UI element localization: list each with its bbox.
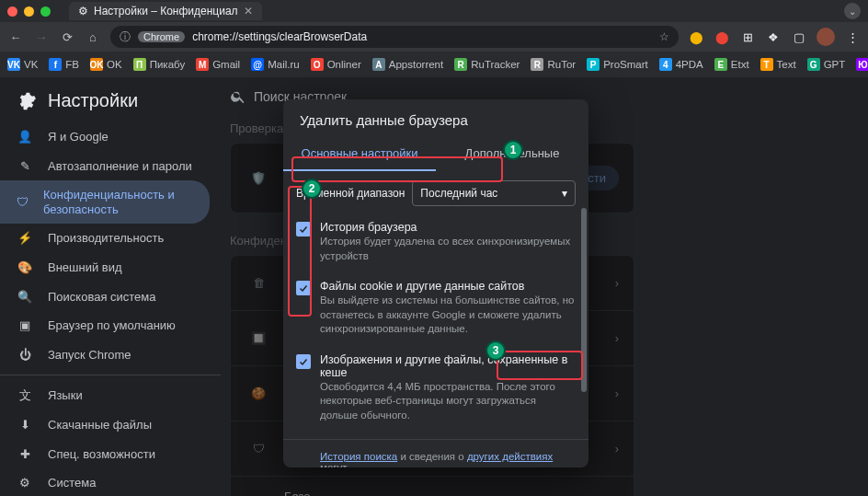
- autofill-icon: ✎: [17, 159, 33, 174]
- speed-icon: ⚡: [17, 231, 33, 246]
- bookmark-item[interactable]: fFB: [49, 58, 79, 71]
- sidebar-item-system[interactable]: ⚙Система: [0, 468, 210, 496]
- bookmark-favicon: R: [531, 58, 543, 71]
- bookmark-item[interactable]: AAppstorrent: [372, 58, 443, 71]
- bookmark-favicon: E: [714, 58, 727, 71]
- bookmark-label: Onliner: [327, 59, 361, 70]
- clear-item-row: Файлы cookie и другие данные сайтовВы вы…: [296, 274, 576, 348]
- checkbox-desc: История будет удалена со всех синхронизи…: [320, 235, 576, 263]
- bookmark-label: Etxt: [731, 59, 749, 70]
- bookmark-label: RuTor: [547, 59, 576, 70]
- bookmark-item[interactable]: VKVK: [7, 58, 38, 71]
- ext-icon-2[interactable]: ⬤: [714, 29, 730, 45]
- browser-toolbar: ← → ⟳ ⌂ ⓘ Chrome chrome://settings/clear…: [0, 22, 868, 52]
- bookmark-item[interactable]: OOnliner: [311, 58, 361, 71]
- chevron-right-icon: ›: [615, 331, 619, 345]
- bookmark-label: RuTracker: [471, 59, 520, 70]
- site-info-icon[interactable]: ⓘ: [120, 29, 131, 45]
- tab-favicon: ⚙: [78, 5, 88, 17]
- time-range-select[interactable]: Последний час ▾: [412, 180, 576, 206]
- sidebar-item-shield[interactable]: 🛡Конфиденциальность и безопасность: [0, 180, 210, 224]
- menu-icon[interactable]: ⋮: [844, 29, 861, 45]
- home-button[interactable]: ⌂: [85, 30, 101, 44]
- browser-tab[interactable]: ⚙ Настройки – Конфиденциал ✕: [69, 2, 262, 20]
- bookmark-favicon: R: [454, 58, 467, 71]
- sidebar-item-label: Конфиденциальность и безопасность: [43, 188, 193, 216]
- sidebar-item-lang[interactable]: 文Языки: [0, 381, 210, 410]
- bookmark-item[interactable]: RRuTracker: [454, 58, 520, 71]
- bookmark-favicon: VK: [7, 58, 20, 71]
- checkbox-title: История браузера: [320, 221, 576, 234]
- back-button[interactable]: ←: [7, 30, 24, 44]
- search-history-hint: История поиска и сведения о других дейст…: [296, 445, 576, 467]
- address-bar[interactable]: ⓘ Chrome chrome://settings/clearBrowserD…: [110, 26, 679, 48]
- system-icon: ⚙: [17, 476, 33, 490]
- profile-avatar[interactable]: [817, 28, 835, 46]
- expand-down-button[interactable]: ⌄: [844, 3, 861, 19]
- bookmark-item[interactable]: EEtxt: [714, 58, 749, 71]
- window-titlebar: ⚙ Настройки – Конфиденциал ✕ ⌄: [0, 0, 868, 22]
- bookmark-favicon: OK: [90, 58, 103, 71]
- dialog-scrollbar[interactable]: [581, 208, 587, 467]
- checkbox-1[interactable]: [296, 281, 311, 295]
- bookmark-item[interactable]: @Mail.ru: [251, 58, 300, 71]
- checkbox-0[interactable]: [296, 222, 311, 236]
- forward-button[interactable]: →: [33, 30, 50, 44]
- checkbox-title: Файлы cookie и другие данные сайтов: [320, 280, 576, 293]
- ext-icon-1[interactable]: ⬤: [688, 29, 704, 45]
- sidebar-item-autofill[interactable]: ✎Автозаполнение и пароли: [0, 152, 210, 181]
- bookmark-label: Пикабу: [150, 59, 185, 70]
- sidebar-item-speed[interactable]: ⚡Производительность: [0, 224, 210, 253]
- sidebar-item-label: Скачанные файлы: [48, 418, 152, 433]
- bookmark-item[interactable]: MGmail: [196, 58, 240, 71]
- sidebar-item-label: Я и Google: [48, 130, 108, 144]
- tab-close-icon[interactable]: ✕: [244, 5, 253, 17]
- a11y-icon: ✚: [17, 447, 33, 462]
- sidebar-item-download[interactable]: ⬇Скачанные файлы: [0, 410, 210, 440]
- shield-check-icon: 🛡️: [246, 166, 271, 191]
- row-icon: 🗑: [246, 271, 271, 296]
- chevron-right-icon: ›: [615, 442, 619, 456]
- sidebar-item-default[interactable]: ▣Браузер по умолчанию: [0, 311, 210, 340]
- bookmark-item[interactable]: ППикабу: [133, 58, 185, 71]
- search-history-link[interactable]: История поиска: [320, 451, 397, 462]
- privacy-row[interactable]: 🔒БезоБезо›: [231, 477, 634, 496]
- chrome-labs-icon[interactable]: ❖: [765, 29, 782, 45]
- sidebar-item-a11y[interactable]: ✚Спец. возможности: [0, 440, 210, 469]
- sidebar-item-power[interactable]: ⏻Запуск Chrome: [0, 340, 210, 370]
- bookmark-item[interactable]: PProSmart: [587, 58, 648, 71]
- reading-list-icon[interactable]: ▢: [791, 29, 807, 45]
- bookmark-item[interactable]: RRuTor: [531, 58, 576, 71]
- shield-icon: 🛡: [17, 195, 29, 210]
- bookmark-item[interactable]: OKOK: [90, 58, 122, 71]
- sidebar-item-palette[interactable]: 🎨Внешний вид: [0, 253, 210, 283]
- extensions-icon[interactable]: ⊞: [739, 29, 756, 45]
- checkbox-desc: Освободится 4,4 МБ пространства. После э…: [320, 380, 576, 423]
- other-activity-link[interactable]: других действиях: [467, 451, 553, 462]
- bookmark-item[interactable]: ЮЮMoney: [856, 58, 868, 71]
- dialog-title: Удалить данные браузера: [283, 99, 588, 137]
- sidebar-item-search[interactable]: 🔍Поисковая система: [0, 283, 210, 312]
- bookmark-favicon: T: [760, 58, 773, 71]
- bookmarks-bar: VKVKfFBOKOKППикабуMGmail@Mail.ruOOnliner…: [0, 52, 868, 77]
- close-window-button[interactable]: [7, 6, 17, 17]
- tab-basic[interactable]: Основные настройки: [283, 137, 436, 171]
- reload-button[interactable]: ⟳: [59, 30, 75, 44]
- row-icon: 🛡: [246, 436, 271, 462]
- annotation-badge-1: 1: [503, 140, 523, 160]
- minimize-window-button[interactable]: [24, 6, 34, 17]
- bookmark-favicon: G: [807, 58, 820, 71]
- bookmark-item[interactable]: GGPT: [807, 58, 846, 71]
- time-range-value: Последний час: [420, 187, 497, 200]
- maximize-window-button[interactable]: [40, 6, 51, 17]
- checkbox-2[interactable]: [296, 354, 311, 369]
- palette-icon: 🎨: [17, 260, 33, 275]
- chevron-down-icon: ▾: [562, 187, 567, 200]
- bookmark-label: Mail.ru: [268, 59, 300, 70]
- bookmark-label: VK: [24, 59, 38, 70]
- bookmark-item[interactable]: TText: [760, 58, 796, 71]
- bookmark-star-icon[interactable]: ☆: [659, 30, 669, 43]
- bookmark-item[interactable]: 44PDA: [659, 58, 703, 71]
- sidebar-item-person[interactable]: 👤Я и Google: [0, 122, 210, 152]
- power-icon: ⏻: [17, 348, 33, 363]
